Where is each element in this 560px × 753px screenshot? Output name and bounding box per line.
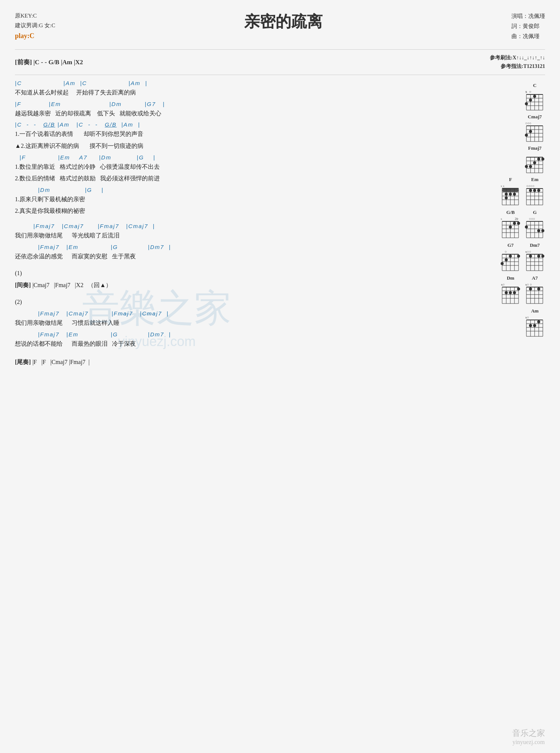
chord-fmaj7-diagram [525,152,545,174]
suggested-key: 建议男调:G 女:C [15,21,55,31]
lyric-line: 2.真实是你我最模糊的祕密 [15,206,459,216]
svg-point-41 [529,165,532,168]
chord-f-name: F [509,177,512,183]
chord-g7: G7 ○ [500,242,521,272]
lyric-line: [间奏] |Cmaj7 |Fmaj7 |X2 （回▲） [15,280,459,290]
chord-g-diagram: ○○○ [525,216,545,239]
performer-label: 演唱： [511,13,528,19]
lyric-line: ▲2.这距离辨识不能的病 摸不到一切痕迹的病 [15,141,459,151]
chord-line: |Fmaj7 |Cmaj7 |Fmaj7 |Cmaj7 | [15,309,459,318]
chord-row-c: C x ○ [463,83,545,111]
content-divider [15,75,545,75]
svg-point-100 [541,229,544,232]
header-right: 演唱：冼佩瑾 詞：黄俊郎 曲：冼佩瑾 [511,11,545,41]
svg-point-170 [537,320,540,323]
verse1-block2: |F |Em |Dm |G7 | 越远我越亲密 近的却很疏离 低下头 就能收或给… [15,100,459,118]
chord-a7-diagram: x○ ○ [525,282,545,305]
svg-point-158 [529,287,532,290]
verse1-block4: |F |Em A7 |Dm |G | 1.数位里的靠近 格式过的冷静 心很烫温度… [15,153,459,183]
lyric-line: 想说的话都不能给 而最热的眼泪 冷于深夜 [15,339,459,349]
lyric-line: 1.一百个说着话的表情 却听不到你想哭的声音 [15,129,459,139]
chord-fmaj7-name: Fmaj7 [528,145,541,151]
chord-em-diagram: ○○○○ [525,183,545,206]
chord-line: |F |Em A7 |Dm |G | [15,153,459,162]
lyrics-section: |C |Am |C |Am | 不知道从甚么时候起 开始得了失去距离的病 |F … [15,79,459,369]
svg-point-40 [533,161,536,164]
chord-g7-name: G7 [507,242,514,248]
svg-point-13 [529,99,532,102]
chord-diagrams: C x ○ [463,79,545,369]
lyric-line: 1.原来只剩下最机械的亲密 [15,195,459,204]
chord-am: Am x○ [525,308,545,338]
chord-line: |Fmaj7 |Cmaj7 |Fmaj7 |Cmaj7 | [15,222,459,231]
lyric-line: 我们用亲吻做结尾 等光线暗了后流泪 [15,231,459,240]
prelude-text: [前奏] |C - - G/B |Am |X2 [15,58,83,66]
svg-point-27 [525,134,528,137]
finger-label: 参考指法:T1213121 [490,62,545,71]
chord-line: |F |Em |Dm |G7 | [15,100,459,109]
chord-gb: G/B x 2fr [500,209,521,239]
verse2-block1: |Fmaj7 |Cmaj7 |Fmaj7 |Cmaj7 | 我们用亲吻做结尾 习… [15,309,459,328]
strum-info: 参考刷法:X↑↓↓_↓↑↓↑_↑↓ 参考指法:T1213121 [490,53,545,71]
svg-point-157 [537,287,540,290]
svg-text:○○○: ○○○ [525,121,531,125]
svg-point-101 [537,229,540,232]
svg-point-58 [505,196,508,199]
performer-info: 演唱：冼佩瑾 [511,11,545,21]
verse2-block2: |Fmaj7 |Em |G |Dm7 | 想说的话都不能给 而最热的眼泪 冷于深… [15,330,459,349]
chord-cmaj7: Cmaj7 ○○○ [525,114,545,142]
header-left: 原KEY:C 建议男调:G 女:C play:C [15,11,55,42]
chord-line: |C - - G/B |Am |C - - G/B |Am | [15,120,459,129]
svg-text:○○○○: ○○○○ [526,184,535,188]
footer-cn: 音乐之家 [512,728,545,739]
chord-row-g7-dm7: G7 ○ [463,242,545,272]
svg-point-72 [529,189,532,192]
svg-point-129 [537,255,540,258]
svg-text:x: x [501,217,502,221]
svg-point-113 [517,255,520,258]
svg-text:x○ ○: x○ ○ [525,283,532,286]
chord-line: |Fmaj7 |Em |G |Dm7 | [15,330,459,339]
strum-label: 参考刷法:X↑↓↓_↓↑↓↑_↑↓ [490,53,545,62]
lyric-line: [尾奏] |F |F |Cmaj7 |Fmaj7 | [15,357,459,367]
chord-f: F x x [500,177,521,206]
content-area: |C |Am |C |Am | 不知道从甚么时候起 开始得了失去距离的病 |F … [15,79,545,369]
svg-point-144 [509,291,512,294]
chord-dm: Dm x○ [500,275,521,305]
chord-c-diagram: x ○ [525,89,545,111]
lyric-line: 不知道从甚么时候起 开始得了失去距离的病 [15,88,459,97]
play-key: play:C [15,30,55,42]
svg-text:○: ○ [505,250,507,253]
chord-dm7-diagram: x○○ [525,249,545,272]
chord-g: G ○○○ [525,209,545,239]
chord-c-name: C [533,83,536,88]
svg-text:x○: x○ [525,315,529,319]
chord-row-f-em: F x x [463,177,545,206]
svg-point-38 [541,158,544,161]
chord-em: Em ○○○○ [525,177,545,206]
chord-row-gb-g: G/B x 2fr [463,209,545,239]
svg-point-56 [505,193,508,196]
composer-info: 曲：冼佩瑾 [511,31,545,41]
svg-point-71 [533,189,536,192]
svg-point-143 [513,291,516,294]
chord-dm7-name: Dm7 [530,242,540,248]
lyric-line: 越远我越亲密 近的却很疏离 低下头 就能收或给关心 [15,109,459,118]
chord-fmaj7: Fmaj7 [525,145,545,174]
lyric-line: (2) [15,297,459,307]
svg-text:○: ○ [529,90,531,94]
svg-point-14 [525,102,528,105]
svg-text:2fr: 2fr [515,217,519,221]
original-key: 原KEY:C [15,11,55,21]
chord-row-fmaj7: Fmaj7 [463,145,545,174]
header: 原KEY:C 建议男调:G 女:C play:C 亲密的疏离 演唱：冼佩瑾 詞：… [15,11,545,42]
svg-point-171 [533,324,536,327]
chord-line: |Dm |G | [15,186,459,195]
verse1-block1: |C |Am |C |Am | 不知道从甚么时候起 开始得了失去距离的病 [15,79,459,97]
lyric-line: 1.数位里的靠近 格式过的冷静 心很烫温度却传不出去 [15,162,459,172]
chord-line: |C |Am |C |Am | [15,79,459,88]
interlude1-block: (1) [间奏] |Cmaj7 |Fmaj7 |X2 （回▲） [15,268,459,290]
verse1-block3: |C - - G/B |Am |C - - G/B |Am | 1.一百个说着话… [15,120,459,150]
chord-gb-diagram: x 2fr [500,216,521,239]
performer: 冼佩瑾 [528,13,545,19]
